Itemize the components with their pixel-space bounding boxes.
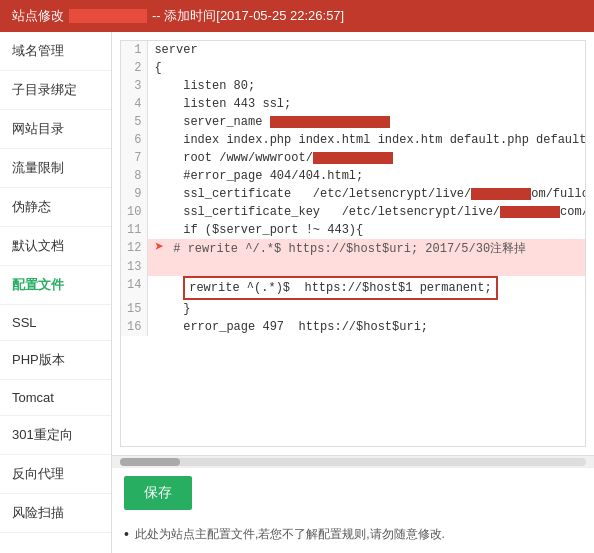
code-editor[interactable]: 1server2{3 listen 80;4 listen 443 ssl;5 … bbox=[120, 40, 586, 447]
line-code: { bbox=[148, 59, 586, 77]
table-row: 4 listen 443 ssl; bbox=[121, 95, 586, 113]
line-code: #error_page 404/404.html; bbox=[148, 167, 586, 185]
redacted-ssl-cert bbox=[471, 188, 531, 200]
line-code: error_page 497 https://$host$uri; bbox=[148, 318, 586, 336]
sidebar: 域名管理子目录绑定网站目录流量限制伪静态默认文档配置文件SSLPHP版本Tomc… bbox=[0, 32, 112, 553]
line-code: server_name bbox=[148, 113, 586, 131]
note-bullet: • bbox=[124, 526, 129, 542]
table-row: 5 server_name bbox=[121, 113, 586, 131]
line-code bbox=[148, 258, 586, 276]
table-row: 6 index index.php index.html index.htm d… bbox=[121, 131, 586, 149]
header-redacted-1 bbox=[68, 8, 148, 24]
line-code: index index.php index.html index.htm def… bbox=[148, 131, 586, 149]
line-number: 5 bbox=[121, 113, 148, 131]
line-number: 14 bbox=[121, 276, 148, 300]
rewrite-box: rewrite ^(.*)$ https://$host$1 permanent… bbox=[183, 276, 497, 300]
table-row: 11 if ($server_port !~ 443){ bbox=[121, 221, 586, 239]
line-number: 1 bbox=[121, 41, 148, 59]
main-layout: 域名管理子目录绑定网站目录流量限制伪静态默认文档配置文件SSLPHP版本Tomc… bbox=[0, 32, 594, 553]
header-separator: -- 添加时间[2017-05-25 22:26:57] bbox=[152, 7, 344, 25]
sidebar-item-9[interactable]: Tomcat bbox=[0, 380, 111, 416]
main-container: 站点修改 -- 添加时间[2017-05-25 22:26:57] 域名管理子目… bbox=[0, 0, 594, 553]
line-number: 16 bbox=[121, 318, 148, 336]
redacted-root-path bbox=[313, 152, 393, 164]
sidebar-item-2[interactable]: 网站目录 bbox=[0, 110, 111, 149]
table-row: 15 } bbox=[121, 300, 586, 318]
table-row: 14 rewrite ^(.*)$ https://$host$1 perman… bbox=[121, 276, 586, 300]
note-area: • 此处为站点主配置文件,若您不了解配置规则,请勿随意修改. bbox=[112, 518, 594, 553]
line-number: 10 bbox=[121, 203, 148, 221]
line-code: listen 80; bbox=[148, 77, 586, 95]
line-code: ssl_certificate_key /etc/letsencrypt/liv… bbox=[148, 203, 586, 221]
line-number: 12 bbox=[121, 239, 148, 258]
scrollbar-track bbox=[120, 458, 586, 466]
sidebar-item-8[interactable]: PHP版本 bbox=[0, 341, 111, 380]
table-row: 10 ssl_certificate_key /etc/letsencrypt/… bbox=[121, 203, 586, 221]
line-code: root /www/wwwroot/ bbox=[148, 149, 586, 167]
table-row: 1server bbox=[121, 41, 586, 59]
line-number: 11 bbox=[121, 221, 148, 239]
line-number: 8 bbox=[121, 167, 148, 185]
line-number: 9 bbox=[121, 185, 148, 203]
arrow-icon: ➤ bbox=[154, 239, 164, 257]
sidebar-item-10[interactable]: 301重定向 bbox=[0, 416, 111, 455]
table-row: 9 ssl_certificate /etc/letsencrypt/live/… bbox=[121, 185, 586, 203]
table-row: 7 root /www/wwwroot/ bbox=[121, 149, 586, 167]
line-code: ➤ # rewrite ^/.*$ https://$host$uri; 201… bbox=[148, 239, 586, 258]
line-number: 13 bbox=[121, 258, 148, 276]
sidebar-item-0[interactable]: 域名管理 bbox=[0, 32, 111, 71]
content-area: 1server2{3 listen 80;4 listen 443 ssl;5 … bbox=[112, 32, 594, 553]
redacted-ssl-key bbox=[500, 206, 560, 218]
page-header: 站点修改 -- 添加时间[2017-05-25 22:26:57] bbox=[0, 0, 594, 32]
sidebar-item-5[interactable]: 默认文档 bbox=[0, 227, 111, 266]
line-code: listen 443 ssl; bbox=[148, 95, 586, 113]
save-button[interactable]: 保存 bbox=[124, 476, 192, 510]
redacted-server-name bbox=[270, 116, 390, 128]
note-text: 此处为站点主配置文件,若您不了解配置规则,请勿随意修改. bbox=[135, 526, 445, 543]
line-number: 3 bbox=[121, 77, 148, 95]
table-row: 12➤ # rewrite ^/.*$ https://$host$uri; 2… bbox=[121, 239, 586, 258]
line-code: ssl_certificate /etc/letsencrypt/live/om… bbox=[148, 185, 586, 203]
line-code: rewrite ^(.*)$ https://$host$1 permanent… bbox=[148, 276, 586, 300]
sidebar-item-3[interactable]: 流量限制 bbox=[0, 149, 111, 188]
line-number: 2 bbox=[121, 59, 148, 77]
sidebar-item-11[interactable]: 反向代理 bbox=[0, 455, 111, 494]
table-row: 8 #error_page 404/404.html; bbox=[121, 167, 586, 185]
header-prefix: 站点修改 bbox=[12, 7, 64, 25]
sidebar-item-6[interactable]: 配置文件 bbox=[0, 266, 111, 305]
sidebar-item-7[interactable]: SSL bbox=[0, 305, 111, 341]
table-row: 13 bbox=[121, 258, 586, 276]
line-code: if ($server_port !~ 443){ bbox=[148, 221, 586, 239]
horizontal-scrollbar[interactable] bbox=[112, 455, 594, 467]
line-number: 6 bbox=[121, 131, 148, 149]
table-row: 2{ bbox=[121, 59, 586, 77]
line-code: server bbox=[148, 41, 586, 59]
sidebar-item-4[interactable]: 伪静态 bbox=[0, 188, 111, 227]
sidebar-item-12[interactable]: 风险扫描 bbox=[0, 494, 111, 533]
line-number: 7 bbox=[121, 149, 148, 167]
line-number: 4 bbox=[121, 95, 148, 113]
table-row: 16 error_page 497 https://$host$uri; bbox=[121, 318, 586, 336]
table-row: 3 listen 80; bbox=[121, 77, 586, 95]
scrollbar-thumb[interactable] bbox=[120, 458, 180, 466]
line-number: 15 bbox=[121, 300, 148, 318]
line-code: } bbox=[148, 300, 586, 318]
sidebar-item-1[interactable]: 子目录绑定 bbox=[0, 71, 111, 110]
action-bar: 保存 bbox=[112, 467, 594, 518]
